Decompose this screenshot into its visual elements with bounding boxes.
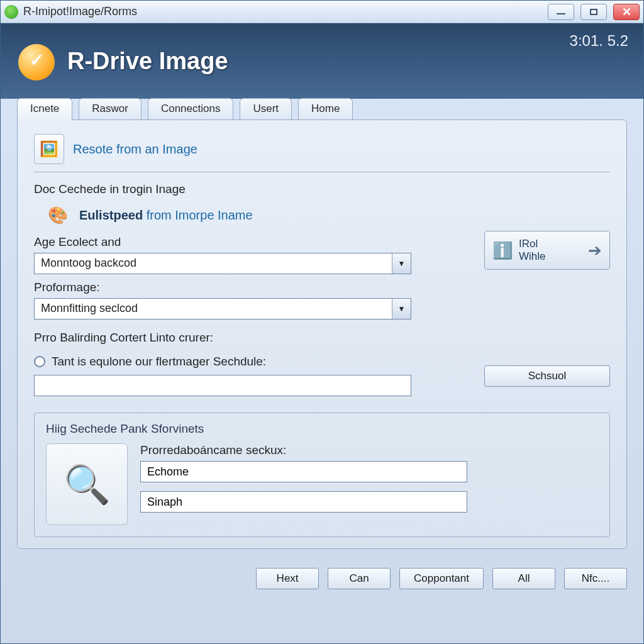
app-title: R-Drive Image xyxy=(67,48,228,75)
field2-label: Proformage: xyxy=(34,280,610,294)
next-button[interactable]: Hext xyxy=(256,568,319,589)
all-button[interactable]: All xyxy=(492,568,555,589)
eulist-rest: from Imorpe Iname xyxy=(143,208,253,222)
palette-icon: 🎨 xyxy=(45,203,70,228)
app-window: R-Imipot!Image/Rorms ✕ ✓ R-Drive Image 3… xyxy=(0,0,644,644)
minimize-button[interactable] xyxy=(548,4,574,20)
tab-label: Icnete xyxy=(30,103,59,114)
info-icon: ℹ️ xyxy=(492,241,513,260)
nfc-button[interactable]: Nfc.... xyxy=(564,568,627,589)
dropdown-proformage[interactable]: Monnfitting seclcod ▼ xyxy=(34,298,411,319)
group-input-1[interactable] xyxy=(140,461,467,482)
group-input-2[interactable] xyxy=(140,491,467,513)
tab-label: Raswor xyxy=(92,103,128,114)
restore-icon: 🖼️ xyxy=(34,134,64,164)
workspace: Icnete Raswor Connections Usert Home 🖼️ … xyxy=(1,97,643,559)
coppontant-button[interactable]: Coppontant xyxy=(399,568,484,589)
separator xyxy=(34,172,610,172)
maximize-button[interactable] xyxy=(580,4,607,20)
restore-link[interactable]: Resote from an Image xyxy=(73,142,197,157)
radio-label: Tant is equlone our flertmager Sechdule: xyxy=(52,355,266,369)
app-icon xyxy=(4,5,18,19)
groupbox-sechede: Hiig Sechede Pank Sforvinets 🔍 Prorredab… xyxy=(34,413,610,537)
chevron-down-icon[interactable]: ▼ xyxy=(392,253,411,274)
button-label: Can xyxy=(350,572,369,585)
schedule-button[interactable]: Schsuol xyxy=(484,365,610,387)
button-label: Hext xyxy=(277,572,299,585)
button-label: Schsuol xyxy=(528,370,566,382)
cancel-button[interactable]: Can xyxy=(328,568,391,589)
banner: ✓ R-Drive Image 3:01. 5.2 xyxy=(1,23,643,99)
tab-connections[interactable]: Connections xyxy=(148,98,234,120)
radio-schedule[interactable] xyxy=(34,356,45,367)
version-label: 3:01. 5.2 xyxy=(570,32,628,50)
chevron-down-icon[interactable]: ▼ xyxy=(392,299,411,319)
side-button-text: IRolWihle xyxy=(519,238,546,262)
main-panel: 🖼️ Resote from an Image Doc Cechede in t… xyxy=(17,119,627,549)
footer-buttons: Hext Can Coppontant All Nfc.... xyxy=(1,559,643,589)
window-controls: ✕ xyxy=(548,4,640,20)
tabstrip: Icnete Raswor Connections Usert Home xyxy=(17,97,627,119)
dropdown-age-ecolect[interactable]: Monntoog backcod ▼ xyxy=(34,253,411,274)
eulist-link[interactable]: Eulistpeed from Imorpe Iname xyxy=(79,208,253,223)
tab-usert[interactable]: Usert xyxy=(240,98,292,120)
button-label: All xyxy=(518,572,530,585)
magnifier-icon: 🔍 xyxy=(46,443,128,525)
tab-home[interactable]: Home xyxy=(298,98,353,120)
button-label: Nfc.... xyxy=(582,572,609,585)
window-title: R-Imipot!Image/Rorms xyxy=(23,5,548,18)
group-field-label: Prorredaboáncame seckux: xyxy=(140,443,598,457)
wizard-side-button[interactable]: ℹ️ IRolWihle ➔ xyxy=(484,231,610,270)
schedule-input[interactable] xyxy=(34,375,411,396)
groupbox-title: Hiig Sechede Pank Sforvinets xyxy=(46,422,598,436)
subheading: Doc Cechede in trogin Inage xyxy=(34,182,610,196)
dropdown-value: Monnfitting seclcod xyxy=(35,299,392,319)
titlebar: R-Imipot!Image/Rorms ✕ xyxy=(1,1,643,23)
dropdown-value: Monntoog backcod xyxy=(35,253,392,274)
tab-label: Usert xyxy=(253,103,279,114)
section-label: Prro Balirding Cortert Linto crurer: xyxy=(34,331,610,345)
tab-raswor[interactable]: Raswor xyxy=(79,98,142,120)
eulist-bold: Eulistpeed xyxy=(79,208,143,222)
arrow-right-icon: ➔ xyxy=(588,241,602,260)
app-logo-icon: ✓ xyxy=(18,42,57,80)
close-button[interactable]: ✕ xyxy=(613,4,640,20)
tab-label: Home xyxy=(311,103,340,114)
button-label: Coppontant xyxy=(414,572,469,585)
tab-icnete[interactable]: Icnete xyxy=(17,98,72,120)
tab-label: Connections xyxy=(161,103,221,114)
